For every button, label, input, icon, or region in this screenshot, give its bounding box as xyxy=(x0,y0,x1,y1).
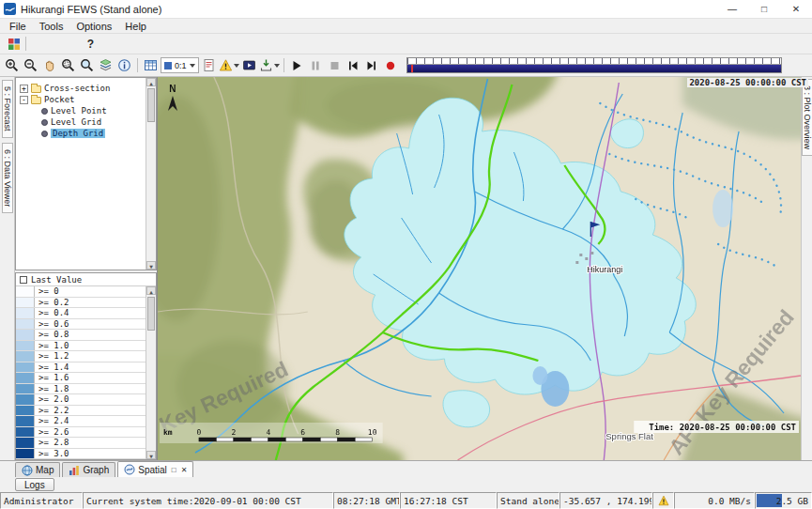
grid-scale-combo[interactable]: 0:1 xyxy=(161,57,199,73)
legend-row[interactable]: >= 0.8 xyxy=(16,330,146,341)
scale-bar: km 0 2 4 6 8 10 xyxy=(160,423,383,443)
status-user: Administrator xyxy=(0,492,83,509)
status-warning-cell[interactable] xyxy=(652,492,674,509)
legend-row[interactable]: >= 1.4 xyxy=(16,362,146,374)
tree-item-pocket[interactable]: - Pocket xyxy=(16,94,156,105)
pause-button[interactable] xyxy=(307,56,325,75)
legend-row[interactable]: >= 1.6 xyxy=(16,373,146,384)
menu-file[interactable]: File xyxy=(3,21,33,32)
step-forward-button[interactable] xyxy=(363,56,381,75)
legend-row[interactable]: >= 0.4 xyxy=(16,308,146,319)
minimize-button[interactable]: — xyxy=(716,0,748,18)
tree-item-level-grid[interactable]: Level Grid xyxy=(16,116,156,128)
legend-header: Last Value xyxy=(16,273,156,286)
layers-button[interactable] xyxy=(97,56,115,75)
timeline-ruler xyxy=(407,58,781,65)
export-dropdown-button[interactable] xyxy=(259,58,280,72)
timeline-slider[interactable] xyxy=(406,57,782,73)
legend-list: >= 0 >= 0.2 >= 0.4 >= 0.6 >= 0.8 >= 1.0 … xyxy=(16,286,146,459)
legend-row[interactable]: >= 1.2 xyxy=(16,351,146,362)
legend-row[interactable]: >= 3.0 xyxy=(16,449,146,460)
legend-value-label: >= 0 xyxy=(35,286,146,297)
left-panel: + Cross-section - Pocket Level Point Lev… xyxy=(15,77,157,460)
scroll-up-icon[interactable]: ▲ xyxy=(146,78,156,86)
warning-dropdown-button[interactable] xyxy=(219,58,239,72)
menu-options[interactable]: Options xyxy=(69,21,118,32)
tree-node-icon xyxy=(41,108,48,115)
database-button[interactable] xyxy=(5,35,23,54)
zoom-extent-button[interactable] xyxy=(78,56,96,75)
tab-close-icon[interactable]: ✕ xyxy=(181,466,188,474)
close-button[interactable]: ✕ xyxy=(780,0,812,18)
expander-icon[interactable]: - xyxy=(20,96,28,104)
tab-spatial[interactable]: Spatial □ ✕ xyxy=(117,461,193,477)
legend-row[interactable]: >= 2.8 xyxy=(16,438,146,449)
scroll-down-icon[interactable]: ▼ xyxy=(146,451,156,459)
animation-button[interactable] xyxy=(240,56,258,75)
tree-item-level-point[interactable]: Level Point xyxy=(16,105,156,116)
legend-color-swatch xyxy=(16,298,35,308)
info-button[interactable] xyxy=(115,56,133,75)
north-label: N xyxy=(169,84,176,94)
tree-item-cross-section[interactable]: + Cross-section xyxy=(16,83,156,94)
legend-row[interactable]: >= 0.6 xyxy=(16,319,146,331)
help-button[interactable]: ? xyxy=(82,35,100,54)
tab-plot-overview[interactable]: 3 : Plot Overview xyxy=(802,79,812,156)
town-label: Hikurangi xyxy=(587,265,622,274)
zoom-out-button[interactable] xyxy=(22,56,39,75)
pan-button[interactable] xyxy=(40,56,58,75)
scrollbar-thumb[interactable] xyxy=(147,297,155,331)
legend-row[interactable]: >= 0 xyxy=(16,286,146,298)
tab-forecast[interactable]: 5 : Forecast xyxy=(2,80,13,138)
chevron-down-icon xyxy=(274,64,280,68)
legend-color-swatch xyxy=(16,362,35,373)
tree-item-depth-grid[interactable]: Depth Grid xyxy=(16,128,156,139)
tree-scrollbar[interactable]: ▲ ▼ xyxy=(146,78,156,270)
zoom-box-button[interactable] xyxy=(59,56,77,75)
menu-help[interactable]: Help xyxy=(118,21,153,32)
play-button[interactable] xyxy=(288,56,306,75)
zoom-in-button[interactable] xyxy=(3,56,21,75)
legend-scrollbar[interactable]: ▲ ▼ xyxy=(146,286,156,459)
step-back-button[interactable] xyxy=(345,56,362,75)
legend-value-label: >= 0.8 xyxy=(35,330,146,340)
tab-graph[interactable]: Graph xyxy=(62,462,115,477)
scroll-down-icon[interactable]: ▼ xyxy=(146,261,156,270)
map-canvas[interactable]: API Key Required API Key Required Hikura… xyxy=(158,77,801,460)
legend-row[interactable]: >= 2.4 xyxy=(16,416,146,427)
legend-row[interactable]: >= 2.2 xyxy=(16,406,146,417)
menu-tools[interactable]: Tools xyxy=(33,21,70,32)
logs-button[interactable]: Logs xyxy=(15,478,54,491)
scale-tick-label: 4 xyxy=(266,428,270,437)
scroll-up-icon[interactable]: ▲ xyxy=(146,286,156,295)
tab-data-viewer[interactable]: 6 : Data Viewer xyxy=(2,143,13,213)
grid-display-button[interactable] xyxy=(142,56,160,75)
legend-row[interactable]: >= 1.0 xyxy=(16,341,146,352)
legend-value-label: >= 1.2 xyxy=(35,351,146,362)
legend-row[interactable]: >= 2.0 xyxy=(16,394,146,406)
tree-node-icon xyxy=(41,119,48,126)
tab-maximize-icon[interactable]: □ xyxy=(172,466,176,474)
scrollbar-thumb[interactable] xyxy=(147,88,155,122)
legend-color-swatch xyxy=(16,286,35,297)
stop-button[interactable] xyxy=(326,56,344,75)
legend-color-swatch xyxy=(16,384,35,394)
folder-open-icon xyxy=(31,97,41,104)
profile-button[interactable] xyxy=(200,56,218,75)
window-title: Hikurangi FEWS (Stand alone) xyxy=(21,4,161,15)
legend-row[interactable]: >= 1.8 xyxy=(16,384,146,395)
grid-icon xyxy=(144,58,158,72)
record-button[interactable] xyxy=(382,56,400,75)
legend-row[interactable]: >= 0.2 xyxy=(16,298,146,309)
view-tab-bar: Map Graph Spatial □ ✕ xyxy=(0,460,812,477)
legend-row[interactable]: >= 2.6 xyxy=(16,427,146,439)
warning-icon xyxy=(219,58,233,72)
timeline-current-marker[interactable] xyxy=(411,65,413,72)
last-value-checkbox[interactable] xyxy=(20,276,27,284)
spatial-icon xyxy=(124,464,135,475)
export-icon xyxy=(259,58,273,72)
maximize-button[interactable]: □ xyxy=(748,0,780,18)
expander-icon[interactable]: + xyxy=(20,85,28,93)
tree-item-label-selected: Depth Grid xyxy=(51,129,105,138)
tab-map[interactable]: Map xyxy=(15,462,60,477)
